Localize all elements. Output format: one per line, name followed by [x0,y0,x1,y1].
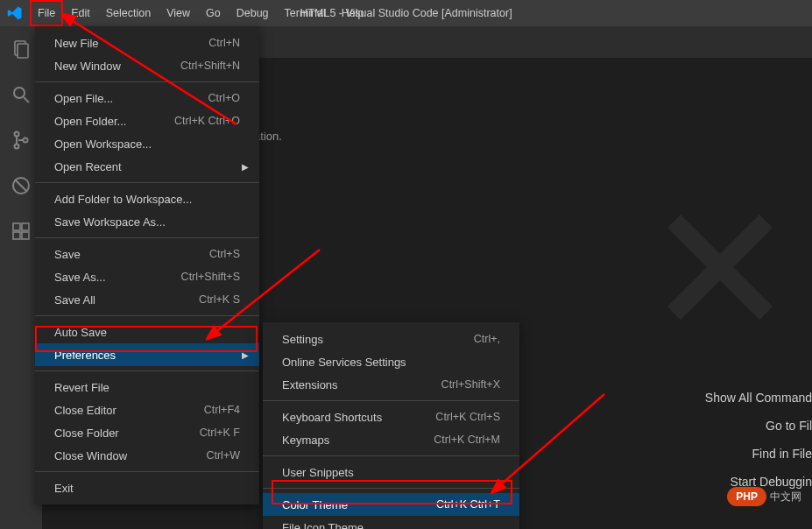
welcome-line: Show All Command [705,391,812,405]
php-pill: PHP [727,487,766,506]
menu-label: Revert File [54,381,109,394]
file-menu-item-open-workspace[interactable]: Open Workspace... [35,132,259,155]
menu-shortcut: Ctrl+Shift+X [441,378,500,391]
menu-separator [35,182,259,183]
menu-label: Color Theme [282,498,348,511]
file-menu-item-preferences[interactable]: Preferences▶ [35,343,259,366]
php-badge: PHP 中文网 [727,487,801,506]
menu-label: Add Folder to Workspace... [54,193,192,206]
file-menu-item-add-folder-to-workspace[interactable]: Add Folder to Workspace... [35,187,259,210]
file-menu-item-save-all[interactable]: Save AllCtrl+K S [35,288,259,311]
svg-line-3 [24,97,29,102]
menu-debug[interactable]: Debug [229,0,277,26]
pref-menu-item-online-services-settings[interactable]: Online Services Settings [263,350,519,373]
search-icon[interactable] [9,82,33,107]
menu-separator [35,370,259,371]
file-menu-item-auto-save[interactable]: Auto Save [35,321,259,343]
pref-menu-item-settings[interactable]: SettingsCtrl+, [263,328,519,350]
pref-menu-item-color-theme[interactable]: Color ThemeCtrl+K Ctrl+T [263,493,519,516]
menu-shortcut: Ctrl+Shift+S [181,271,240,283]
file-menu-item-close-editor[interactable]: Close EditorCtrl+F4 [35,399,259,421]
menu-shortcut: Ctrl+, [474,333,500,345]
menu-separator [263,455,519,456]
file-menu-item-new-file[interactable]: New FileCtrl+N [35,32,259,54]
menu-shortcut: Ctrl+F4 [204,404,240,416]
menu-label: Open Folder... [54,115,126,128]
extensions-icon[interactable] [9,219,33,243]
menu-label: Save [54,248,81,261]
chevron-right-icon: ▶ [242,350,249,360]
pref-menu-item-keymaps[interactable]: KeymapsCtrl+K Ctrl+M [263,428,519,451]
menu-view[interactable]: View [159,0,198,26]
menu-shortcut: Ctrl+Shift+N [180,60,240,72]
svg-rect-9 [13,223,20,230]
files-icon[interactable] [9,37,33,61]
menu-separator [263,400,519,401]
chevron-right-icon: ▶ [242,162,249,172]
svg-point-6 [24,138,28,143]
menu-label: Save As... [54,271,106,284]
file-menu-item-open-folder[interactable]: Open Folder...Ctrl+K Ctrl+O [35,109,259,132]
file-menu-item-save-as[interactable]: Save As...Ctrl+Shift+S [35,265,259,288]
menu-separator [35,81,259,82]
menu-shortcut: Ctrl+K Ctrl+O [174,115,240,127]
menu-shortcut: Ctrl+K Ctrl+T [436,498,500,511]
menu-label: Auto Save [54,326,107,339]
menu-label: Exit [54,482,74,495]
menu-selection[interactable]: Selection [98,0,159,26]
file-menu-item-close-folder[interactable]: Close FolderCtrl+K F [35,421,259,444]
source-control-icon[interactable] [9,128,33,152]
preferences-submenu: SettingsCtrl+,Online Services SettingsEx… [263,322,519,529]
menu-go[interactable]: Go [198,0,229,26]
menu-shortcut: Ctrl+N [208,37,240,49]
menu-label: Close Window [54,449,127,462]
menu-shortcut: Ctrl+K F [200,427,240,439]
menu-label: Close Folder [54,427,119,440]
svg-line-8 [15,180,27,192]
menu-label: Close Editor [54,404,117,417]
welcome-line: Go to Fil [705,419,812,433]
menu-label: Keymaps [282,434,329,447]
php-cn-text: 中文网 [770,490,801,504]
menu-label: Settings [282,333,323,346]
file-menu-item-save-workspace-as[interactable]: Save Workspace As... [35,210,259,233]
svg-point-2 [14,88,25,98]
menu-edit[interactable]: Edit [63,0,98,26]
pref-menu-item-file-icon-theme[interactable]: File Icon Theme [263,516,519,529]
file-menu-item-revert-file[interactable]: Revert File [35,376,259,399]
menu-shortcut: Ctrl+K Ctrl+M [434,434,500,446]
menu-label: Extensions [282,378,338,391]
pref-menu-item-extensions[interactable]: ExtensionsCtrl+Shift+X [263,373,519,396]
menu-label: Preferences [54,349,116,362]
menu-label: Online Services Settings [282,356,406,369]
file-menu-item-open-recent[interactable]: Open Recent▶ [35,155,259,178]
menu-separator [35,237,259,238]
svg-rect-11 [22,232,29,239]
menu-shortcut: Ctrl+O [208,92,240,104]
menu-label: Open Recent [54,160,122,173]
menu-label: New Window [54,60,121,73]
menu-label: File Icon Theme [282,521,364,530]
info-text: information. [208,119,812,153]
debug-icon[interactable] [9,173,33,198]
svg-point-5 [15,145,19,149]
menu-file[interactable]: File [30,0,63,26]
menu-label: User Snippets [282,466,354,479]
file-menu-item-open-file[interactable]: Open File...Ctrl+O [35,87,259,109]
pref-menu-item-user-snippets[interactable]: User Snippets [263,461,519,483]
pref-menu-item-keyboard-shortcuts[interactable]: Keyboard ShortcutsCtrl+K Ctrl+S [263,406,519,428]
menu-separator [35,471,259,472]
file-menu-item-exit[interactable]: Exit [35,476,259,499]
menu-shortcut: Ctrl+K S [199,293,240,306]
background-x-icon [654,201,786,333]
menu-label: Save All [54,293,95,307]
welcome-line: Find in File [705,447,812,461]
svg-rect-1 [18,44,28,58]
menu-shortcut: Ctrl+W [206,449,240,462]
file-menu-item-new-window[interactable]: New WindowCtrl+Shift+N [35,54,259,77]
menu-label: Open Workspace... [54,138,152,151]
file-menu-item-save[interactable]: SaveCtrl+S [35,243,259,265]
svg-rect-10 [13,232,20,239]
menu-shortcut: Ctrl+S [209,248,240,260]
file-menu-item-close-window[interactable]: Close WindowCtrl+W [35,444,259,467]
